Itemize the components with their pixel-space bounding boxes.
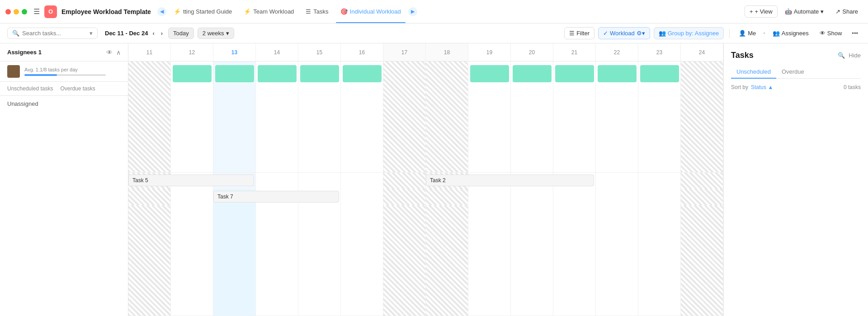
tab-team-workload[interactable]: ⚡ Team Workload: [239, 6, 298, 17]
sort-value[interactable]: Status ▲: [751, 84, 773, 90]
search-chevron-icon[interactable]: ▾: [90, 30, 93, 37]
ua-cell-4[interactable]: [298, 205, 341, 316]
task-bar-5[interactable]: Task 5: [128, 175, 254, 186]
cal-cell-11[interactable]: [128, 61, 171, 173]
collapse-icon[interactable]: ∧: [116, 49, 121, 56]
task-row-1: Task 5 Task 2: [128, 173, 723, 189]
calendar-body: Task 5 Task 2: [128, 61, 723, 316]
right-panel-title: Tasks: [731, 51, 838, 60]
search-input[interactable]: [22, 30, 85, 37]
search-box[interactable]: 🔍 ▾: [7, 28, 98, 39]
close-button[interactable]: [5, 9, 11, 14]
group-by-button[interactable]: 👥 Group by: Assignee: [654, 27, 724, 39]
tab-unscheduled[interactable]: Unscheduled: [731, 66, 776, 79]
today-button[interactable]: Today: [168, 28, 194, 39]
ua-cell-8[interactable]: [468, 205, 511, 316]
overdue-tasks-link[interactable]: Overdue tasks: [60, 85, 95, 92]
date-next-icon[interactable]: ›: [159, 29, 165, 38]
tab-tasks[interactable]: ☰ Tasks: [301, 6, 333, 17]
avg-text: Avg. 1.1/8 tasks per day: [24, 67, 121, 72]
weeks-selector[interactable]: 2 weeks ▾: [198, 28, 234, 39]
cal-cell-16[interactable]: [341, 61, 383, 173]
maximize-button[interactable]: [22, 9, 27, 14]
ua-cell-0[interactable]: [128, 205, 171, 316]
nav-back-icon[interactable]: ◀: [157, 7, 166, 16]
workload-settings-icon[interactable]: ⚙▾: [637, 30, 645, 37]
date-range-label: Dec 11 - Dec 24: [105, 30, 148, 37]
group-icon: 👥: [659, 30, 666, 37]
add-view-button[interactable]: + + View: [745, 5, 778, 18]
ua-cell-10[interactable]: [553, 205, 596, 316]
tasks-tabs: Unscheduled Overdue: [731, 66, 861, 79]
me-icon: 👤: [739, 30, 746, 37]
menu-icon[interactable]: ☰: [33, 7, 40, 16]
tab-overdue[interactable]: Overdue: [776, 66, 810, 78]
tab-individual-workload[interactable]: 🎯 Individual Workload: [336, 6, 406, 17]
day-17: 17: [383, 43, 426, 61]
sort-by-label: Sort by: [731, 84, 748, 90]
tab-getting-started[interactable]: ⚡ tting Started Guide: [169, 6, 236, 17]
toolbar: 🔍 ▾ Dec 11 - Dec 24 ‹ › Today 2 weeks ▾ …: [0, 24, 868, 43]
date-prev-icon[interactable]: ‹: [151, 29, 156, 38]
minimize-button[interactable]: [14, 9, 19, 14]
me-button[interactable]: 👤 Me: [735, 28, 760, 39]
day-19: 19: [468, 43, 511, 61]
cal-cell-17[interactable]: [383, 61, 426, 173]
ua-cell-3[interactable]: [256, 205, 298, 316]
task-row-2: Task 7: [128, 189, 723, 205]
day-16: 16: [341, 43, 383, 61]
calendar-header: 11 12 13 14 15 16 17 18 19 20 21 22 23 2…: [128, 43, 723, 61]
cal-cell-13[interactable]: [213, 61, 256, 173]
show-button[interactable]: 👁 Show: [816, 28, 846, 39]
task-count: 0 tasks: [844, 84, 861, 90]
progress-bar: [24, 74, 106, 76]
date-range: Dec 11 - Dec 24 ‹ ›: [105, 29, 165, 38]
nav-forward-icon[interactable]: ▶: [408, 7, 417, 16]
cal-cell-12[interactable]: [171, 61, 213, 173]
ua-cell-13[interactable]: [681, 205, 723, 316]
workload-icon: ✓: [603, 30, 608, 37]
ua-cell-7[interactable]: [426, 205, 468, 316]
cal-cell-24[interactable]: [681, 61, 723, 173]
unscheduled-tasks-link[interactable]: Unscheduled tasks: [7, 85, 53, 92]
task5-label: Task 5: [132, 177, 148, 184]
cal-cell-23[interactable]: [638, 61, 681, 173]
more-options-button[interactable]: •••: [849, 28, 861, 38]
app-icon: O: [44, 5, 57, 18]
workload-button[interactable]: ✓ Workload ⚙▾: [598, 27, 650, 39]
task-bar-2[interactable]: Task 2: [426, 175, 594, 186]
sort-arrow-icon: ▲: [768, 84, 773, 90]
cal-cell-18[interactable]: [426, 61, 468, 173]
ua-cell-12[interactable]: [638, 205, 681, 316]
hide-button[interactable]: Hide: [849, 52, 861, 59]
task-bar-7[interactable]: Task 7: [213, 191, 339, 203]
share-button[interactable]: ↗ Share: [831, 6, 863, 17]
cal-cell-15[interactable]: [298, 61, 341, 173]
ua-cell-5[interactable]: [341, 205, 383, 316]
cal-cell-21[interactable]: [553, 61, 596, 173]
cal-cell-19[interactable]: [468, 61, 511, 173]
cal-cell-20[interactable]: [511, 61, 553, 173]
automate-icon: 🤖: [785, 8, 792, 15]
day-18: 18: [426, 43, 468, 61]
ua-cell-1[interactable]: [171, 205, 213, 316]
ua-cell-6[interactable]: [383, 205, 426, 316]
cal-cell-14[interactable]: [256, 61, 298, 173]
task-links-row: Unscheduled tasks Overdue tasks: [0, 81, 128, 95]
search-icon: 🔍: [12, 30, 19, 37]
ua-cell-11[interactable]: [596, 205, 638, 316]
ua-cell-2[interactable]: [213, 205, 256, 316]
assignees-icon: 👥: [773, 30, 780, 37]
right-panel: Tasks 🔍 Hide Unscheduled Overdue Sort by…: [723, 43, 868, 316]
ua-cell-9[interactable]: [511, 205, 553, 316]
individual-workload-icon: 🎯: [340, 8, 348, 15]
tasks-icon: ☰: [306, 8, 311, 15]
filter-button[interactable]: ☰ Filter: [564, 27, 594, 39]
day-12: 12: [171, 43, 213, 61]
cal-cell-22[interactable]: [596, 61, 638, 173]
tasks-search-icon[interactable]: 🔍: [838, 52, 845, 59]
assignees-button[interactable]: 👥 Assignees: [769, 28, 812, 39]
automate-button[interactable]: 🤖 Automate ▾: [780, 6, 829, 17]
visibility-icon[interactable]: 👁: [106, 49, 113, 56]
divider: [729, 29, 730, 38]
